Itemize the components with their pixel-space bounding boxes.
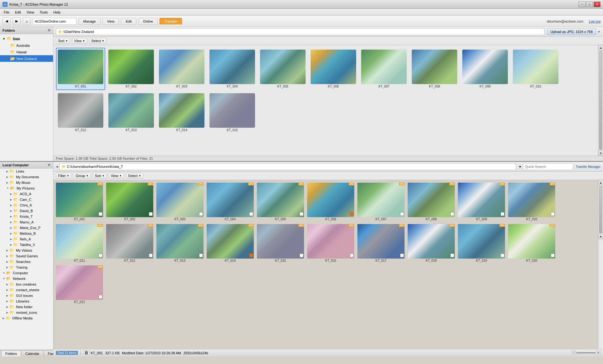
view-button-top[interactable]: View ▼ xyxy=(72,38,87,44)
photo-thumb-bottom[interactable]: JPG KT_010 xyxy=(507,181,557,222)
photo-thumb-bottom[interactable]: JPG KT_004 xyxy=(205,181,255,222)
photo-thumb-bottom[interactable]: JPG KT_020 xyxy=(507,223,557,264)
thumb-checkbox[interactable] xyxy=(99,254,102,257)
photo-thumb-bottom[interactable]: JPG KT_008 xyxy=(406,181,456,222)
home-button[interactable]: ⌂ xyxy=(23,17,31,25)
folders-bottom-close[interactable]: ✕ xyxy=(47,163,51,167)
scroll-down-bottom[interactable]: ▼ xyxy=(598,234,603,239)
menu-tools[interactable]: Tools xyxy=(37,10,50,15)
select-button-bottom[interactable]: Select ▼ xyxy=(126,173,144,179)
local-folder-item[interactable]: ▶ 📁Offline Media xyxy=(0,315,53,321)
local-folder-item[interactable]: ▶ 📁Marco_A xyxy=(0,219,53,225)
back-button[interactable]: ◀ xyxy=(3,17,11,25)
zoom-minus[interactable]: − xyxy=(572,351,576,355)
transfer-manager-link[interactable]: Transfer Manager xyxy=(576,165,600,169)
select-button-top[interactable]: Select ▼ xyxy=(89,38,107,44)
thumb-checkbox[interactable] xyxy=(249,254,253,257)
scrollbar-top[interactable]: ▲ ▼ xyxy=(598,45,603,156)
thumb-checkbox[interactable] xyxy=(350,212,354,216)
photo-thumb-bottom[interactable]: JPG KT_003 xyxy=(155,181,205,222)
local-folder-item[interactable]: ▶ 📁Nels_A xyxy=(0,236,53,242)
local-folder-item[interactable]: ▶ 📁ACD_A xyxy=(0,191,53,197)
group-button[interactable]: Group ▼ xyxy=(73,173,91,179)
zoom-slider[interactable] xyxy=(577,352,595,354)
tab-edit[interactable]: Edit xyxy=(121,18,136,25)
folder-new-zealand[interactable]: 📂 New Zealand xyxy=(0,55,53,62)
local-folder-item[interactable]: ▶ 📁Krista_T xyxy=(0,214,53,219)
photo-thumb-bottom[interactable]: JPG KT_002 xyxy=(105,181,155,222)
local-folder-item[interactable]: ▶ 📁Saved Games xyxy=(0,253,53,259)
local-folder-item[interactable]: ▶ 📁box creatives xyxy=(0,281,53,287)
photo-thumb-top[interactable]: KT_012 xyxy=(56,91,105,134)
zoom-plus[interactable]: + xyxy=(596,351,600,355)
photo-thumb-bottom[interactable]: JPG KT_013 xyxy=(155,223,205,264)
photo-thumb-top[interactable]: KT_013 xyxy=(106,91,156,134)
tab-folders[interactable]: Folders xyxy=(1,351,21,356)
photo-thumb-bottom[interactable]: JPG KT_012 xyxy=(105,223,155,264)
local-folder-item[interactable]: ▶ 📁Searches xyxy=(0,259,53,265)
photo-thumb-top[interactable]: KT_008 xyxy=(410,48,459,90)
upload-button[interactable]: Upload as JPG: 1024 x 768 xyxy=(547,29,596,35)
photo-thumb-top[interactable]: KT_015 xyxy=(208,91,257,134)
photo-thumb-bottom[interactable]: JPG KT_019 xyxy=(457,223,506,264)
view-button-bottom[interactable]: View ▼ xyxy=(109,173,124,179)
photo-thumb-bottom[interactable]: JPG KT_006 xyxy=(306,181,356,222)
thumb-checkbox[interactable] xyxy=(551,212,555,216)
local-folder-item[interactable]: ▶ 📁Libraries xyxy=(0,298,53,304)
scroll-down-top[interactable]: ▼ xyxy=(598,151,603,156)
local-folder-item[interactable]: ▶ 📁revised_icons xyxy=(0,310,53,315)
photo-thumb-top[interactable]: KT_002 xyxy=(106,48,156,90)
thumb-checkbox[interactable] xyxy=(501,212,504,216)
local-folder-item[interactable]: ▶ 📁Cam_C xyxy=(0,197,53,202)
local-folder-item[interactable]: ▶ 📁contact_sheets xyxy=(0,287,53,293)
thumb-checkbox[interactable] xyxy=(149,254,153,257)
sort-button-top[interactable]: Sort ▼ xyxy=(56,38,70,44)
thumb-checkbox[interactable] xyxy=(350,254,354,257)
forward-button[interactable]: ▶ xyxy=(13,17,21,25)
photo-thumb-top[interactable]: KT_004 xyxy=(208,48,257,90)
logout-link[interactable]: Log out xyxy=(589,19,600,23)
photo-thumb-bottom[interactable]: JPG KT_018 xyxy=(406,223,456,264)
thumb-checkbox[interactable] xyxy=(300,254,303,257)
photo-thumb-top[interactable]: KT_001 xyxy=(56,48,105,90)
folder-dale[interactable]: ▼ 📁 Dale xyxy=(0,35,53,42)
tab-online[interactable]: Online xyxy=(138,18,158,25)
local-folder-item[interactable]: ▶ 📁Chris_K xyxy=(0,202,53,208)
folder-australia[interactable]: 📁 Australia xyxy=(0,42,53,49)
menu-help[interactable]: Help xyxy=(51,10,63,15)
tab-manage[interactable]: Manage xyxy=(79,18,100,25)
maximize-button[interactable]: □ xyxy=(586,2,593,7)
thumb-checkbox[interactable] xyxy=(149,212,153,216)
photo-thumb-bottom[interactable]: JPG KT_005 xyxy=(256,181,305,222)
local-folder-item[interactable]: ▶ 📁My Documents xyxy=(0,174,53,180)
photo-thumb-top[interactable]: KT_003 xyxy=(157,48,206,90)
local-folder-item[interactable]: ▶ 📁My Videos xyxy=(0,248,53,253)
local-folder-item[interactable]: ▶ 📁New folder xyxy=(0,304,53,310)
photo-thumb-top[interactable]: KT_005 xyxy=(258,48,307,90)
local-folder-item[interactable]: ▼ 📂Computer xyxy=(0,270,53,276)
photo-thumb-bottom[interactable]: JPG KT_001 xyxy=(55,181,104,222)
minimize-button[interactable]: ─ xyxy=(579,2,585,7)
scroll-thumb-bottom[interactable] xyxy=(599,186,602,233)
thumb-checkbox[interactable] xyxy=(199,212,203,216)
folder-hawaii[interactable]: 📁 Hawaii xyxy=(0,49,53,55)
menu-view[interactable]: View xyxy=(24,10,37,15)
scroll-up-top[interactable]: ▲ xyxy=(598,45,603,50)
menu-edit[interactable]: Edit xyxy=(13,10,24,15)
local-folder-item[interactable]: ▶ 📁My Music xyxy=(0,180,53,185)
thumb-checkbox[interactable] xyxy=(400,212,404,216)
thumb-checkbox[interactable] xyxy=(551,254,555,257)
local-folder-item[interactable]: ▶ 📁Tabitha_V xyxy=(0,242,53,248)
photo-thumb-top[interactable]: KT_007 xyxy=(359,48,409,90)
tab-transfer[interactable]: Transfer xyxy=(160,18,182,24)
close-button[interactable]: ✕ xyxy=(594,2,600,7)
local-folder-item[interactable]: ▶ 📁David_B xyxy=(0,208,53,214)
filter-button[interactable]: Filter ▼ xyxy=(56,173,71,179)
local-folder-item[interactable]: ▼ 📂Network xyxy=(0,276,53,281)
local-folder-item[interactable]: ▶ 📁Marie_Eve_P xyxy=(0,225,53,231)
thumb-checkbox[interactable] xyxy=(450,254,454,257)
thumb-checkbox[interactable] xyxy=(501,254,504,257)
photo-thumb-bottom[interactable]: JPG KT_017 xyxy=(356,223,406,264)
photo-thumb-top[interactable]: KT_009 xyxy=(460,48,510,90)
thumb-checkbox[interactable] xyxy=(199,254,203,257)
